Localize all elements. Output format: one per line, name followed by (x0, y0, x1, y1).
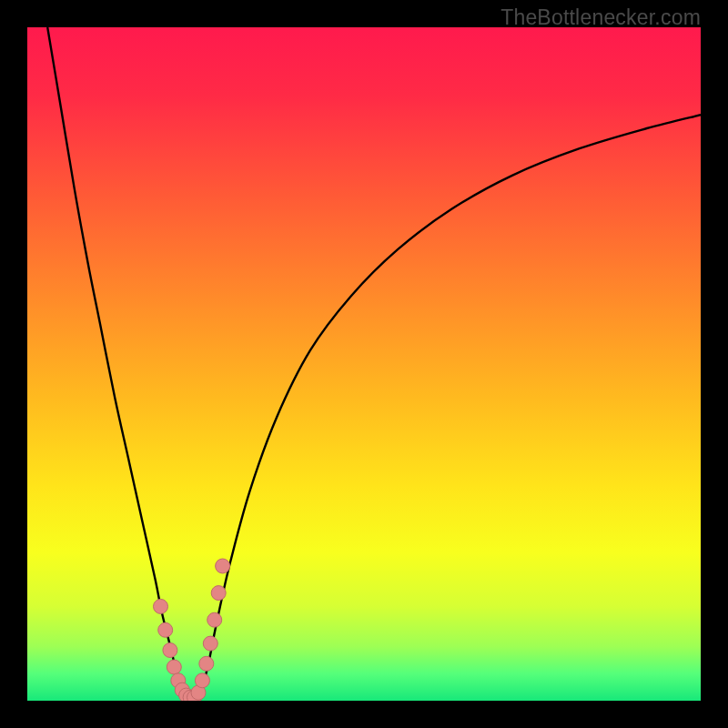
watermark-text: TheBottlenecker.com (500, 5, 701, 30)
curve-markers (154, 559, 230, 701)
curve-marker (207, 612, 222, 627)
chart-svg (27, 27, 701, 701)
curve-marker (211, 586, 226, 601)
bottleneck-curve (47, 27, 701, 699)
curve-marker (163, 643, 177, 658)
curve-marker (216, 559, 230, 573)
curve-marker (154, 599, 168, 613)
curve-marker (195, 673, 209, 688)
curve-marker (158, 622, 173, 637)
outer-frame: TheBottlenecker.com (0, 0, 728, 728)
curve-marker (199, 656, 214, 671)
curve-marker (203, 636, 217, 651)
plot-area (27, 27, 701, 701)
curve-marker (167, 660, 181, 674)
